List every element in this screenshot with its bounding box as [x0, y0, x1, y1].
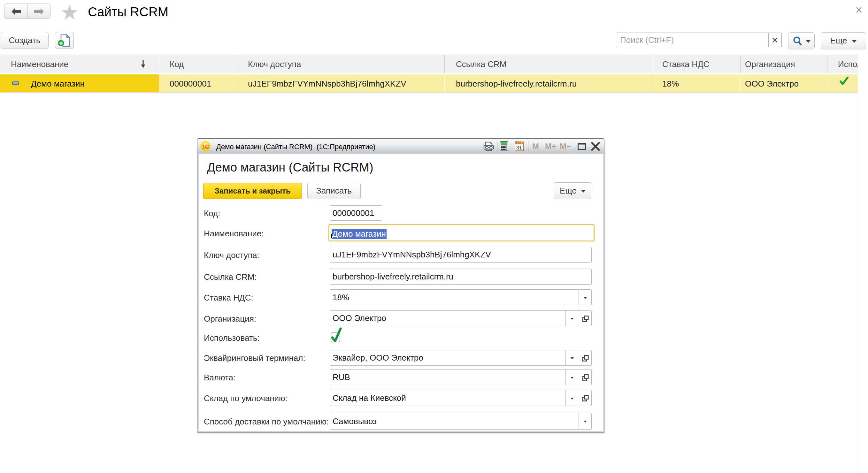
- svg-text:31: 31: [516, 145, 522, 151]
- svg-text:1С: 1С: [202, 144, 209, 150]
